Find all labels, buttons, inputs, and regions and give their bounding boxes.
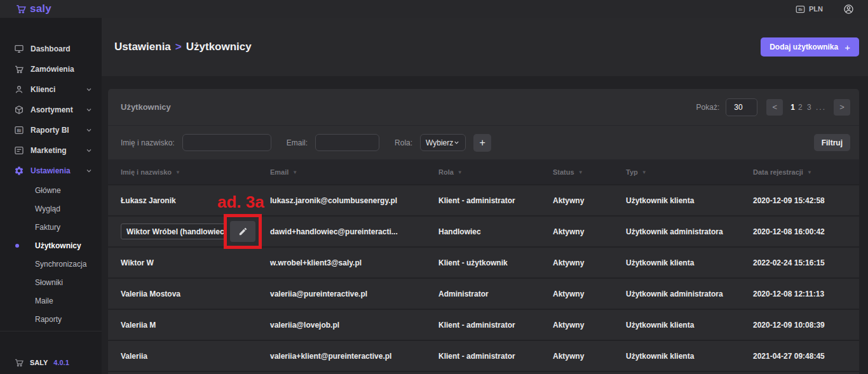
cell-registered: 2020-12-08 16:00:42 <box>740 227 859 236</box>
sidebar-subitem-główne[interactable]: Główne <box>0 181 102 199</box>
prev-page-button[interactable]: < <box>766 99 783 116</box>
cell-role: Handlowiec <box>426 227 540 236</box>
cell-email: lukasz.jaronik@columbusenergy.pl <box>257 196 426 205</box>
breadcrumb: Ustawienia > Użytkownicy <box>114 41 252 53</box>
chevron-down-icon <box>453 139 460 146</box>
table-row[interactable]: Valeriia valeriia+klient@pureinteractive… <box>108 340 859 371</box>
add-filter-button[interactable]: + <box>473 134 491 152</box>
person-icon <box>14 84 24 95</box>
sidebar-item-raporty-bi[interactable]: Bi Raporty BI <box>0 120 102 140</box>
column-header-4[interactable]: Status▼ <box>540 168 613 176</box>
sidebar-item-dashboard[interactable]: Dashboard <box>0 39 102 59</box>
sidebar-footer: SALY 4.0.1 <box>0 357 102 368</box>
breadcrumb-current: Użytkownicy <box>186 41 252 53</box>
other-pages[interactable]: 2 3 ... <box>798 103 826 112</box>
filter-name-input[interactable] <box>182 134 271 151</box>
page-size-input[interactable]: 30 <box>726 98 757 116</box>
filter-email-input[interactable] <box>315 134 379 151</box>
cell-email: dawid+handlowiec@pureinteracti... <box>257 227 426 236</box>
sidebar-subitem-słowniki[interactable]: Słowniki <box>0 273 102 291</box>
pagination-area: Pokaż: 30 < 1 2 3 ... > <box>696 98 850 116</box>
filter-button[interactable]: Filtruj <box>814 134 850 151</box>
cell-role: Administrator <box>426 290 540 298</box>
column-header-6[interactable]: Data rejestracji▼ <box>740 168 859 176</box>
sidebar-subitem-wygląd[interactable]: Wygląd <box>0 199 102 218</box>
name-box: Łukasz Jaronik <box>121 196 176 205</box>
page-size-label: Pokaż: <box>696 103 720 112</box>
chevron-left-icon: < <box>772 102 777 112</box>
filter-email-label: Email: <box>287 138 308 147</box>
filter-role-label: Rola: <box>395 138 412 147</box>
sidebar-item-asortyment[interactable]: Asortyment <box>0 100 102 120</box>
page-header: Ustawienia > Użytkownicy Dodaj użytkowni… <box>102 18 868 76</box>
cell-email: valeriia@pureinteractive.pl <box>257 290 426 298</box>
sidebar-item-ustawienia[interactable]: Ustawienia <box>0 161 102 181</box>
cell-role: Klient - administrator <box>426 321 540 330</box>
cell-role: Klient - użytkownik <box>426 258 540 267</box>
cell-role: Klient - administrator <box>426 352 540 361</box>
sidebar-item-marketing[interactable]: Marketing <box>0 140 102 161</box>
cell-status: Aktywny <box>540 227 613 236</box>
cell-type: Użytkownik administratora <box>613 290 740 298</box>
breadcrumb-separator-icon: > <box>175 41 182 53</box>
page-numbers: 1 2 3 ... <box>790 103 826 112</box>
currency-selector[interactable]: Bi PLN <box>796 5 823 13</box>
chevron-down-icon <box>85 126 93 134</box>
plus-icon: + <box>844 42 850 53</box>
filter-role-select[interactable]: Wybierz <box>420 134 466 151</box>
monitor-icon <box>14 44 24 54</box>
column-header-3[interactable]: Rola▼ <box>426 168 540 176</box>
account-icon <box>843 4 854 15</box>
topbar: saly Bi PLN <box>0 0 868 18</box>
table-row[interactable]: Wiktor W w.wrobel+klient3@saly.pl Klient… <box>108 246 859 277</box>
breadcrumb-parent[interactable]: Ustawienia <box>114 41 171 53</box>
cell-email: w.wrobel+klient3@saly.pl <box>257 258 426 267</box>
sidebar: Dashboard Zamówienia Klienci Asortyment … <box>0 18 102 374</box>
sidebar-subitem-raporty[interactable]: Raporty <box>0 310 102 328</box>
cell-status: Aktywny <box>540 196 613 205</box>
filter-name-label: Imię i nazwisko: <box>121 138 175 147</box>
table-row[interactable]: Wiktor Wróbel (handlowiec) ad. 3a dawid+… <box>108 215 859 246</box>
cell-status: Aktywny <box>540 352 613 361</box>
table-row[interactable]: Valeriia M valeriia@lovejob.pl Klient - … <box>108 309 859 340</box>
account-button[interactable] <box>843 4 854 15</box>
sidebar-subitem-maile[interactable]: Maile <box>0 291 102 310</box>
sort-icon: ▼ <box>458 170 463 175</box>
board-icon <box>14 145 24 156</box>
cell-name: Valeriia Mostova <box>108 279 257 309</box>
column-header-2[interactable]: Email▼ <box>257 168 426 176</box>
chevron-down-icon <box>85 86 93 93</box>
sidebar-item-zamówienia[interactable]: Zamówienia <box>0 59 102 79</box>
main-content: Ustawienia > Użytkownicy Dodaj użytkowni… <box>102 18 868 374</box>
sort-icon: ▼ <box>807 170 812 175</box>
add-user-button[interactable]: Dodaj użytkownika + <box>761 37 859 57</box>
gear-icon <box>14 166 24 176</box>
sort-icon: ▼ <box>175 170 180 175</box>
cell-name: Wiktor W <box>108 248 257 277</box>
sort-icon: ▼ <box>578 170 583 175</box>
filters-bar: Imię i nazwisko: Email: Rola: Wybierz + … <box>108 126 859 160</box>
sidebar-nav: Dashboard Zamówienia Klienci Asortyment … <box>0 39 102 181</box>
cell-role: Klient - administrator <box>426 196 540 205</box>
cell-status: Aktywny <box>540 290 613 298</box>
cell-registered: 2022-02-24 15:16:15 <box>740 258 859 267</box>
current-page[interactable]: 1 <box>790 103 795 112</box>
table-row[interactable]: Valeriia Mostova valeriia@pureinteractiv… <box>108 277 859 309</box>
add-user-label: Dodaj użytkownika <box>770 43 838 51</box>
sort-icon: ▼ <box>642 170 647 175</box>
sidebar-subitem-synchronizacja[interactable]: Synchronizacja <box>0 255 102 273</box>
app-logo[interactable]: saly <box>15 3 51 15</box>
chevron-down-icon <box>85 167 93 175</box>
name-box: Valeriia M <box>121 321 156 330</box>
column-header-1[interactable]: Imię i nazwisko▼ <box>108 168 257 176</box>
sidebar-subitem-faktury[interactable]: Faktury <box>0 218 102 236</box>
sidebar-subitem-użytkownicy[interactable]: Użytkownicy <box>0 236 102 255</box>
name-box: Wiktor Wróbel (handlowiec) <box>121 224 226 239</box>
cart-icon <box>14 64 24 74</box>
cell-type: Użytkownik administratora <box>613 227 740 236</box>
chevron-down-icon <box>85 106 93 114</box>
edit-user-button[interactable] <box>230 221 255 242</box>
column-header-5[interactable]: Typ▼ <box>613 168 740 176</box>
next-page-button[interactable]: > <box>834 99 850 116</box>
sidebar-item-klienci[interactable]: Klienci <box>0 79 102 100</box>
